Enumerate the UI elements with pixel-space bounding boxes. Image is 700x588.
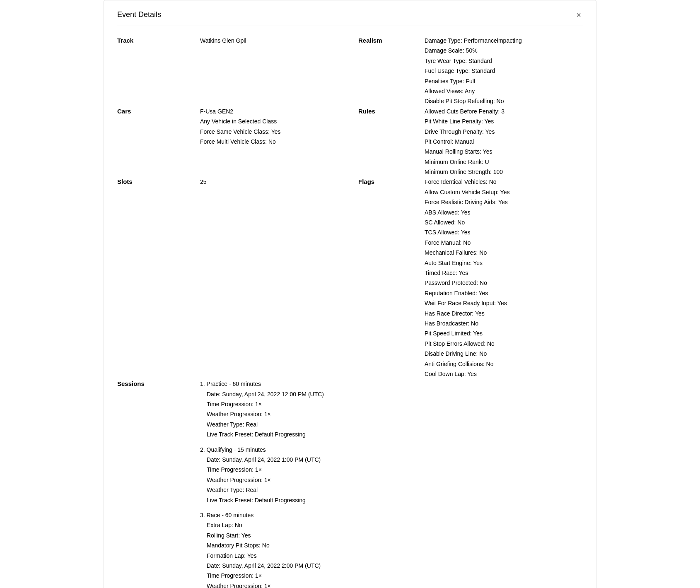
- session-title: 1. Practice - 60 minutes: [200, 379, 342, 388]
- flags-values: Force Identical Vehicles: NoAllow Custom…: [425, 177, 583, 379]
- session-detail: Mandatory Pit Stops: No: [207, 541, 342, 550]
- rules-line: Minimum Online Rank: U: [425, 157, 583, 166]
- realism-line: Damage Type: Performanceimpacting: [425, 36, 583, 45]
- session-detail: Time Progression: 1×: [207, 400, 342, 409]
- session-detail: Formation Lap: Yes: [207, 551, 342, 560]
- sessions-value: 1. Practice - 60 minutesDate: Sunday, Ap…: [200, 379, 358, 588]
- content-grid: Track Watkins Glen Gpil Realism Damage T…: [117, 36, 583, 588]
- flags-line: Password Protected: No: [425, 278, 583, 287]
- close-button[interactable]: ×: [574, 11, 583, 19]
- realism-line: Allowed Views: Any: [425, 87, 583, 96]
- flags-line: Timed Race: Yes: [425, 268, 583, 277]
- session-title: 3. Race - 60 minutes: [200, 511, 342, 520]
- session-detail: Weather Progression: 1×: [207, 581, 342, 588]
- flags-line: Pit Stop Errors Allowed: No: [425, 339, 583, 348]
- slots-value: 25: [200, 177, 358, 379]
- session-item: 3. Race - 60 minutesExtra Lap: NoRolling…: [200, 511, 342, 588]
- session-detail: Rolling Start: Yes: [207, 531, 342, 540]
- session-detail: Weather Type: Real: [207, 420, 342, 429]
- session-detail: Time Progression: 1×: [207, 571, 342, 580]
- session-detail: Weather Type: Real: [207, 485, 342, 494]
- track-label: Track: [117, 36, 200, 107]
- session-detail: Weather Progression: 1×: [207, 475, 342, 484]
- flags-line: SC Allowed: No: [425, 218, 583, 227]
- flags-line: Auto Start Engine: Yes: [425, 258, 583, 267]
- rules-line: Allowed Cuts Before Penalty: 3: [425, 107, 583, 116]
- realism-values: Damage Type: PerformanceimpactingDamage …: [425, 36, 583, 107]
- flags-line: Force Realistic Driving Aids: Yes: [425, 198, 583, 207]
- flags-line: Pit Speed Limited: Yes: [425, 329, 583, 338]
- flags-line: ABS Allowed: Yes: [425, 208, 583, 217]
- flags-line: Cool Down Lap: Yes: [425, 369, 583, 378]
- flags-line: Allow Custom Vehicle Setup: Yes: [425, 188, 583, 197]
- session-detail: Time Progression: 1×: [207, 465, 342, 474]
- flags-line: Force Manual: No: [425, 238, 583, 247]
- flags-line: TCS Allowed: Yes: [425, 228, 583, 237]
- realism-line: Fuel Usage Type: Standard: [425, 66, 583, 75]
- track-value: Watkins Glen Gpil: [200, 36, 358, 107]
- rules-line: Manual Rolling Starts: Yes: [425, 147, 583, 156]
- session-title: 2. Qualifying - 15 minutes: [200, 445, 342, 454]
- modal-title: Event Details: [117, 10, 161, 19]
- flags-line: Force Identical Vehicles: No: [425, 177, 583, 186]
- sessions-label: Sessions: [117, 379, 200, 588]
- rules-label: Rules: [358, 107, 425, 178]
- cars-label: Cars: [117, 107, 200, 178]
- flags-line: Disable Driving Line: No: [425, 349, 583, 358]
- session-detail: Live Track Preset: Default Progressing: [207, 430, 342, 439]
- rules-values: Allowed Cuts Before Penalty: 3Pit White …: [425, 107, 583, 178]
- session-detail: Date: Sunday, April 24, 2022 1:00 PM (UT…: [207, 455, 342, 464]
- rules-line: Pit White Line Penalty: Yes: [425, 117, 583, 126]
- modal-header: Event Details ×: [117, 10, 583, 26]
- realism-line: Penalties Type: Full: [425, 77, 583, 86]
- event-details-modal: Event Details × Track Watkins Glen Gpil …: [104, 0, 596, 588]
- flags-line: Mechanical Failures: No: [425, 248, 583, 257]
- realism-line: Damage Scale: 50%: [425, 46, 583, 55]
- realism-line: Tyre Wear Type: Standard: [425, 56, 583, 65]
- flags-line: Has Race Director: Yes: [425, 309, 583, 318]
- cars-value: F-Usa GEN2 Any Vehicle in Selected Class…: [200, 107, 358, 178]
- empty-col1: [358, 379, 425, 588]
- session-detail: Live Track Preset: Default Progressing: [207, 496, 342, 505]
- rules-line: Pit Control: Manual: [425, 137, 583, 146]
- session-item: 1. Practice - 60 minutesDate: Sunday, Ap…: [200, 379, 342, 439]
- session-detail: Date: Sunday, April 24, 2022 12:00 PM (U…: [207, 390, 342, 399]
- flags-label: Flags: [358, 177, 425, 379]
- flags-line: Has Broadcaster: No: [425, 319, 583, 328]
- flags-line: Reputation Enabled: Yes: [425, 289, 583, 298]
- realism-line: Disable Pit Stop Refuelling: No: [425, 96, 583, 106]
- session-detail: Weather Progression: 1×: [207, 410, 342, 419]
- session-item: 2. Qualifying - 15 minutesDate: Sunday, …: [200, 445, 342, 505]
- session-detail: Date: Sunday, April 24, 2022 2:00 PM (UT…: [207, 561, 342, 570]
- slots-label: Slots: [117, 177, 200, 379]
- flags-line: Anti Griefing Collisions: No: [425, 359, 583, 369]
- session-detail: Extra Lap: No: [207, 521, 342, 530]
- realism-label: Realism: [358, 36, 425, 107]
- rules-line: Drive Through Penalty: Yes: [425, 127, 583, 136]
- empty-col2: [425, 379, 583, 588]
- flags-line: Wait For Race Ready Input: Yes: [425, 299, 583, 308]
- rules-line: Minimum Online Strength: 100: [425, 167, 583, 176]
